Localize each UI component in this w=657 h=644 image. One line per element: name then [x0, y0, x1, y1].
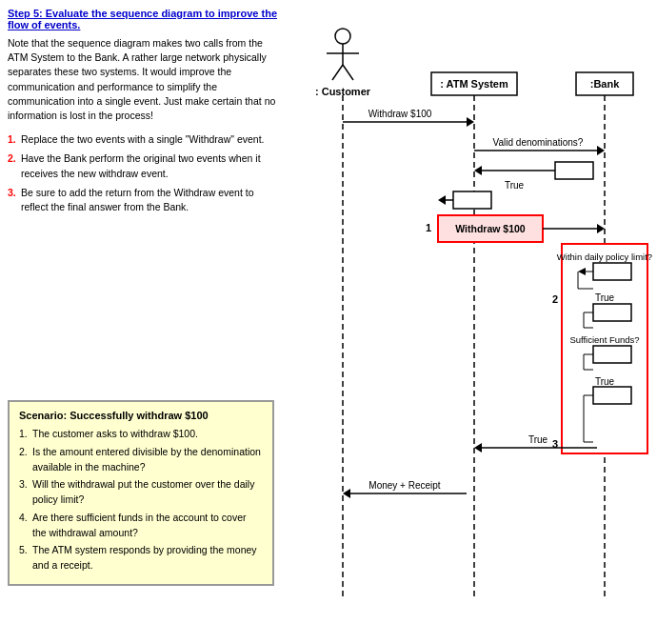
msg-true-1: True [505, 180, 525, 191]
description-text: Note that the sequence diagram makes two… [8, 36, 284, 123]
scenario-num-1: 1. [19, 427, 28, 442]
scenario-text-1: The customer asks to withdraw $100. [32, 428, 198, 439]
msg-true-return: True [528, 434, 548, 445]
scenario-text-4: Are there sufficient funds in the accoun… [32, 512, 247, 538]
msg-sufficient: Sufficient Funds? [569, 334, 639, 345]
step-title: Step 5: Evaluate the sequence diagram to… [8, 8, 284, 30]
svg-marker-42 [474, 443, 482, 453]
scenario-text-5: The ATM system responds by providing the… [32, 544, 257, 571]
scenario-list: 1. The customer asks to withdraw $100. 2… [19, 427, 263, 574]
scenario-text-3: Will the withdrawal put the customer ove… [32, 478, 254, 505]
scenario-text-2: Is the amount entered divisible by the d… [32, 446, 261, 473]
msg-true-2: True [595, 292, 615, 303]
svg-marker-11 [467, 117, 474, 127]
bank-label: :Bank [590, 78, 620, 90]
instruction-3-text: Be sure to add the return from the Withd… [21, 187, 254, 213]
svg-rect-24 [593, 263, 631, 280]
sequence-diagram: : Customer : ATM System :Bank Withdraw $… [290, 8, 657, 636]
scenario-title: Scenario: Successfully withdraw $100 [19, 410, 263, 421]
msg-withdraw-red: Withdraw $100 [455, 223, 526, 234]
svg-rect-37 [593, 387, 631, 404]
svg-marker-13 [597, 146, 605, 155]
msg-true-3: True [595, 376, 615, 387]
scenario-item-3: 3. Will the withdrawal put the customer … [19, 477, 263, 508]
scenario-num-5: 5. [19, 543, 28, 558]
num-3: 3. [8, 186, 16, 201]
step-num-1: 1 [426, 222, 431, 233]
svg-marker-16 [474, 166, 482, 175]
scenario-item-2: 2. Is the amount entered divisible by th… [19, 445, 263, 475]
instructions-list: 1. Replace the two events with a single … [8, 132, 284, 215]
step-num-2: 2 [552, 293, 558, 305]
svg-rect-17 [453, 191, 491, 209]
scenario-num-2: 2. [19, 445, 28, 460]
svg-point-0 [335, 29, 350, 44]
instruction-1-text: Replace the two events with a single "Wi… [21, 133, 265, 145]
instruction-1: 1. Replace the two events with a single … [8, 132, 284, 148]
atm-label: : ATM System [440, 78, 508, 90]
left-panel: Step 5: Evaluate the sequence diagram to… [8, 8, 284, 225]
instruction-3: 3. Be sure to add the return from the Wi… [8, 186, 284, 216]
msg-daily-limit: Within daily policy limit? [557, 252, 652, 262]
msg-money-receipt: Money + Receipt [368, 480, 441, 491]
scenario-num-3: 3. [19, 477, 28, 493]
svg-rect-29 [593, 304, 631, 321]
svg-rect-33 [593, 346, 631, 363]
msg-valid-denom: Valid denominations? [493, 137, 584, 148]
svg-marker-19 [438, 195, 446, 205]
num-1: 1. [8, 132, 16, 148]
scenario-box: Scenario: Successfully withdraw $100 1. … [8, 400, 274, 586]
scenario-item-5: 5. The ATM system responds by providing … [19, 543, 263, 574]
instruction-2: 2. Have the Bank perform the original tw… [8, 151, 284, 182]
svg-marker-22 [597, 224, 605, 233]
svg-line-3 [332, 65, 343, 80]
svg-line-4 [343, 65, 353, 80]
instruction-2-text: Have the Bank perform the original two e… [21, 152, 261, 179]
svg-marker-44 [343, 489, 350, 498]
scenario-item-1: 1. The customer asks to withdraw $100. [19, 427, 263, 442]
scenario-item-4: 4. Are there sufficient funds in the acc… [19, 511, 263, 541]
scenario-num-4: 4. [19, 511, 28, 526]
svg-rect-14 [555, 162, 593, 179]
num-2: 2. [8, 151, 16, 167]
msg-withdraw: Withdraw $100 [368, 109, 432, 119]
